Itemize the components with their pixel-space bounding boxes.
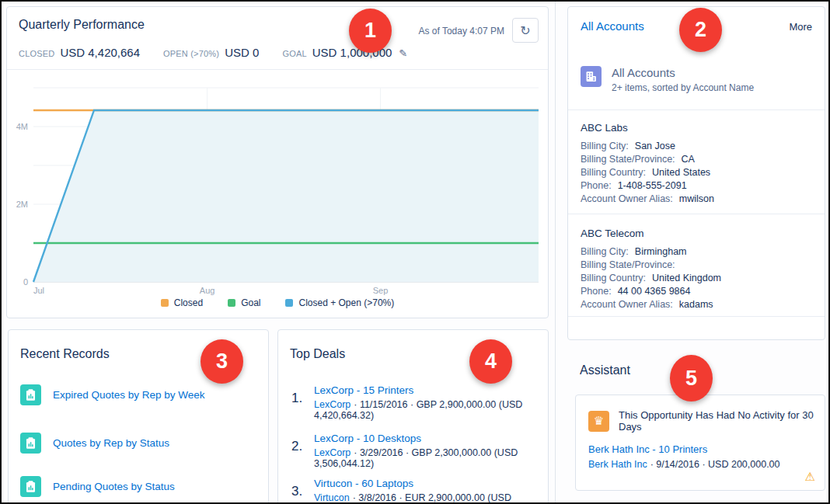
top-deals-title: Top Deals [290, 347, 345, 361]
assistant-opportunity-link[interactable]: Berk Hath Inc - 10 Printers [588, 443, 707, 455]
account-field: Phone:1-408-555-2091 [581, 180, 687, 191]
legend-label: Closed [174, 297, 203, 308]
deal-account-link[interactable]: Virtucon [314, 492, 350, 503]
deal-row: Virtucon - 60 Laptops Virtucon· 3/8/2016… [314, 478, 548, 504]
account-field: Account Owner Alias:mwilson [581, 193, 714, 204]
field-label: Billing Country: [581, 167, 646, 178]
kpi-row: CLOSED USD 4,420,664 OPEN (>70%) USD 0 G… [19, 46, 407, 59]
kpi-open-label: OPEN (>70%) [163, 49, 219, 58]
field-label: Phone: [581, 180, 612, 191]
chart-legend: ClosedGoalClosed + Open (>70%) [7, 297, 548, 308]
deal-link[interactable]: Virtucon - 60 Laptops [314, 478, 548, 489]
field-value: San Jose [635, 141, 675, 151]
field-value: mwilson [679, 193, 714, 204]
annotation-badge-3: 3 [201, 339, 243, 384]
quarterly-performance-title: Quarterly Performance [19, 18, 145, 32]
list-view-header[interactable]: All Accounts 2+ items, sorted by Account… [581, 66, 754, 93]
deal-account-link[interactable]: LexCorp [314, 447, 350, 458]
svg-text:Aug: Aug [200, 286, 215, 295]
field-label: Billing City: [581, 141, 629, 151]
warning-icon: ⚠ [805, 470, 815, 484]
quarterly-performance-card: Quarterly Performance As of Today 4:07 P… [6, 6, 549, 318]
annotation-badge-2: 2 [679, 8, 722, 52]
field-value: Birmingham [635, 246, 687, 257]
account-field: Account Owner Alias:kadams [581, 299, 713, 310]
kpi-goal-label: GOAL [282, 49, 306, 58]
legend-swatch [161, 299, 169, 307]
account-field: Billing State/Province: [581, 259, 682, 270]
kpi-open-value: USD 0 [225, 46, 259, 59]
legend-item[interactable]: Closed [161, 297, 203, 308]
annotation-badge-4: 4 [469, 339, 512, 384]
kpi-closed: CLOSED USD 4,420,664 [19, 46, 140, 59]
deal-link[interactable]: LexCorp - 10 Desktops [314, 433, 548, 444]
refresh-button[interactable]: ↻ [512, 18, 539, 43]
account-field: Billing Country:United States [581, 167, 710, 178]
field-label: Billing State/Province: [581, 259, 675, 270]
list-view-title: All Accounts [612, 66, 754, 79]
all-accounts-header-link[interactable]: All Accounts [581, 19, 644, 33]
edit-goal-icon[interactable]: ✎ [399, 47, 407, 59]
list-view-subtitle: 2+ items, sorted by Account Name [612, 82, 754, 93]
column-divider [555, 2, 556, 502]
field-label: Phone: [581, 286, 612, 297]
kpi-closed-value: USD 4,420,664 [60, 46, 140, 59]
field-label: Account Owner Alias: [581, 193, 673, 204]
legend-swatch [285, 299, 293, 307]
assistant-detail: Berk Hath Inc· 9/14/2016 · USD 200,000.0… [588, 459, 780, 470]
report-icon [20, 384, 41, 405]
recent-record-item[interactable]: Quotes by Rep by Status [20, 433, 169, 454]
legend-swatch [228, 299, 235, 307]
field-label: Billing Country: [581, 273, 646, 283]
field-label: Billing State/Province: [581, 154, 675, 165]
recent-record-link[interactable]: Pending Quotes by Status [53, 481, 175, 492]
opportunity-crown-icon: ♛ [588, 411, 609, 432]
refresh-icon: ↻ [520, 23, 530, 38]
field-value: CA [682, 154, 695, 165]
performance-chart: JulAugSep02M4M [7, 72, 548, 299]
deal-rank: 2. [291, 439, 302, 454]
recent-record-item[interactable]: Expired Quotes by Rep by Week [20, 384, 205, 405]
row-divider [568, 316, 825, 317]
svg-text:2M: 2M [16, 200, 28, 209]
account-field: Billing Country:United Kingdom [581, 273, 721, 283]
row-divider [568, 109, 825, 110]
field-label: Billing City: [581, 246, 629, 257]
svg-text:Jul: Jul [33, 286, 44, 295]
account-field: Phone:44 00 4365 9864 [581, 286, 690, 297]
account-field: Billing City:Birmingham [581, 246, 687, 257]
assistant-account-link[interactable]: Berk Hath Inc [588, 459, 647, 470]
assistant-notice-text: This Opportunity Has Had No Activity for… [619, 409, 825, 433]
as-of-timestamp: As of Today 4:07 PM [418, 26, 504, 36]
more-link[interactable]: More [789, 21, 812, 33]
field-value: kadams [679, 299, 713, 310]
deal-detail: LexCorp· 11/15/2016 · GBP 2,900,000.00 (… [314, 399, 548, 421]
svg-text:0: 0 [23, 277, 28, 287]
field-value: 44 00 4365 9864 [618, 286, 691, 297]
report-icon [20, 476, 41, 497]
deal-detail: LexCorp· 3/29/2016 · GBP 2,300,000.00 (U… [314, 447, 548, 469]
kpi-closed-label: CLOSED [19, 49, 54, 58]
deal-row: LexCorp - 10 Desktops LexCorp· 3/29/2016… [314, 433, 548, 469]
deal-account-link[interactable]: LexCorp [314, 399, 350, 410]
deal-link[interactable]: LexCorp - 15 Printers [314, 384, 548, 396]
account-field: Billing City:San Jose [581, 141, 675, 151]
svg-text:4M: 4M [16, 122, 28, 131]
header-divider [7, 69, 548, 70]
kpi-goal: GOAL USD 1,000,000 ✎ [282, 46, 407, 59]
recent-record-item[interactable]: Pending Quotes by Status [20, 476, 175, 497]
row-divider [568, 214, 825, 214]
recent-record-link[interactable]: Expired Quotes by Rep by Week [53, 389, 205, 401]
assistant-notice-row: ♛ This Opportunity Has Had No Activity f… [588, 409, 825, 433]
field-value: 1-408-555-2091 [618, 180, 687, 191]
annotation-badge-5: 5 [670, 355, 713, 401]
recent-records-title: Recent Records [20, 347, 110, 361]
recent-record-link[interactable]: Quotes by Rep by Status [53, 437, 169, 449]
account-name: ABC Labs [581, 122, 628, 134]
annotation-badge-1: 1 [349, 9, 392, 53]
assistant-title: Assistant [580, 363, 630, 377]
legend-label: Goal [241, 297, 260, 308]
legend-item[interactable]: Goal [228, 297, 260, 308]
legend-item[interactable]: Closed + Open (>70%) [285, 297, 394, 308]
account-field: Billing State/Province:CA [581, 154, 695, 165]
